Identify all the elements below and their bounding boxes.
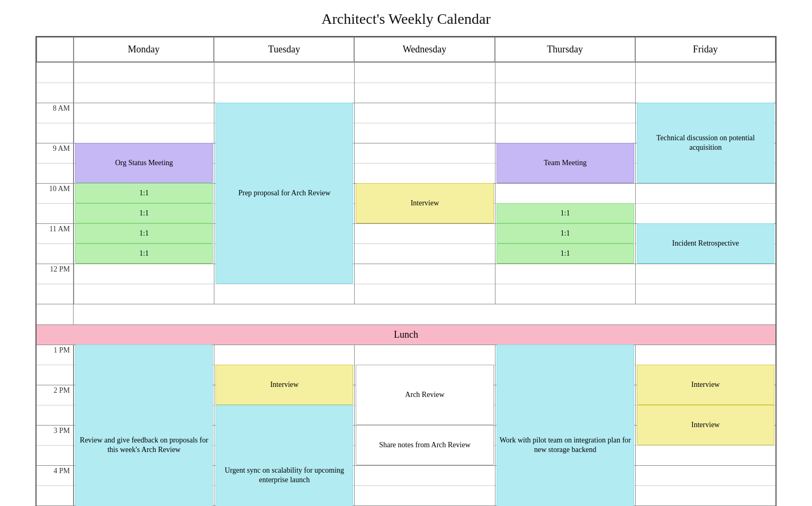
team-meeting: Team Meeting — [497, 143, 634, 183]
page-title: Architect's Weekly Calendar — [35, 11, 777, 28]
day-col-tuesday: Prep proposal for Arch Review — [214, 62, 354, 304]
time-label-4: 9 AM — [37, 143, 73, 163]
lunch-event: Lunch — [37, 324, 775, 345]
lunch-label: Lunch — [394, 329, 418, 340]
day-slot-0 — [355, 345, 494, 365]
day-slot-1 — [355, 83, 494, 103]
day-col-monday-post: Review and give feedback on proposals fo… — [74, 345, 214, 506]
day-slot-3 — [495, 123, 635, 143]
time-label-5 — [37, 163, 73, 183]
header-thursday: Thursday — [495, 37, 635, 62]
prep-proposal: Prep proposal for Arch Review — [215, 103, 353, 284]
day-col-wednesday-post: Arch ReviewShare notes from Arch Review — [354, 345, 494, 506]
lunch-row-wrapper: Lunch — [37, 304, 775, 345]
day-slot-7 — [636, 485, 775, 505]
day-slot-3 — [74, 123, 214, 143]
time-label-2: 2 PM — [37, 385, 73, 405]
day-slot-5 — [636, 445, 775, 465]
day-slot-10 — [74, 264, 214, 284]
time-label-3 — [37, 405, 73, 425]
day-slot-0 — [355, 62, 494, 83]
1on1-mon-1: 1:1 — [75, 183, 213, 203]
1on1-thu-3: 1:1 — [497, 243, 634, 264]
day-slot-1 — [74, 83, 214, 103]
day-slot-11 — [636, 284, 775, 304]
day-slot-1 — [214, 83, 354, 103]
1on1-mon-4: 1:1 — [75, 243, 213, 264]
interview-tue-1: Interview — [215, 365, 353, 405]
day-col-friday: Technical discussion on potential acquis… — [635, 62, 775, 304]
1on1-thu-1: 1:1 — [497, 203, 634, 223]
day-slot-0 — [74, 62, 214, 83]
time-label-8: 11 AM — [37, 223, 73, 243]
time-label-7 — [37, 485, 73, 505]
time-label-0: 1 PM — [37, 345, 73, 365]
day-slot-0 — [495, 62, 635, 83]
time-label-0 — [37, 62, 73, 83]
time-label-1 — [37, 83, 73, 103]
day-col-monday: Org Status Meeting1:11:11:11:1 — [74, 62, 214, 304]
lunch-time-label — [37, 304, 74, 324]
header-time-empty — [37, 37, 74, 62]
day-slot-2 — [495, 103, 635, 123]
page-wrapper: Architect's Weekly Calendar Monday Tuesd… — [35, 11, 777, 506]
day-slot-0 — [636, 62, 775, 83]
time-label-6: 4 PM — [37, 465, 73, 485]
time-label-1 — [37, 365, 73, 385]
day-slot-2 — [74, 103, 214, 123]
time-label-2: 8 AM — [37, 103, 73, 123]
header-tuesday: Tuesday — [214, 37, 354, 62]
post-lunch-area: 1 PM2 PM3 PM4 PM5PM Review and give feed… — [37, 345, 775, 506]
day-slot-6 — [355, 465, 494, 485]
tech-discussion: Technical discussion on potential acquis… — [637, 103, 774, 183]
day-slot-7 — [636, 203, 775, 223]
day-slot-11 — [495, 284, 635, 304]
time-label-7 — [37, 203, 73, 223]
day-slot-7 — [355, 485, 494, 505]
incident-retro: Incident Retrospective — [637, 223, 774, 264]
1on1-mon-3: 1:1 — [75, 223, 213, 243]
day-slot-1 — [495, 83, 635, 103]
day-col-wednesday: Interview — [354, 62, 494, 304]
time-labels-pre-lunch: 8 AM9 AM10 AM11 AM12 PM — [37, 62, 74, 304]
day-slot-0 — [636, 345, 775, 365]
1on1-mon-2: 1:1 — [75, 203, 213, 223]
time-label-11 — [37, 284, 73, 304]
day-slot-2 — [355, 103, 494, 123]
day-col-thursday-post: Work with pilot team on integration plan… — [495, 345, 635, 506]
day-slot-6 — [636, 465, 775, 485]
calendar-header: Monday Tuesday Wednesday Thursday Friday — [37, 37, 775, 62]
time-label-10: 12 PM — [37, 264, 73, 284]
share-notes: Share notes from Arch Review — [356, 425, 493, 465]
day-slot-0 — [214, 345, 354, 365]
day-slot-0 — [214, 62, 354, 83]
day-slot-3 — [355, 123, 494, 143]
interview-fri-2: Interview — [637, 405, 774, 445]
calendar: Monday Tuesday Wednesday Thursday Friday… — [35, 36, 777, 506]
day-slot-10 — [636, 264, 775, 284]
pre-lunch-area: 8 AM9 AM10 AM11 AM12 PM Org Status Meeti… — [37, 62, 775, 304]
day-col-tuesday-post: InterviewUrgent sync on scalability for … — [214, 345, 354, 506]
interview-wed: Interview — [356, 183, 493, 223]
day-slot-1 — [636, 83, 775, 103]
org-status-meeting: Org Status Meeting — [75, 143, 213, 183]
time-labels-post-lunch: 1 PM2 PM3 PM4 PM5PM — [37, 345, 74, 506]
1on1-thu-2: 1:1 — [497, 223, 634, 243]
pilot-team-work: Work with pilot team on integration plan… — [497, 345, 634, 506]
header-wednesday: Wednesday — [354, 37, 494, 62]
urgent-sync: Urgent sync on scalability for upcoming … — [215, 405, 353, 506]
day-slot-9 — [355, 243, 494, 264]
day-slot-11 — [74, 284, 214, 304]
arch-review: Arch Review — [356, 365, 493, 425]
header-friday: Friday — [635, 37, 775, 62]
day-col-friday-post: InterviewInterview — [635, 345, 775, 506]
day-slot-8 — [355, 223, 494, 243]
header-monday: Monday — [74, 37, 214, 62]
day-slot-4 — [355, 143, 494, 163]
interview-fri-1: Interview — [637, 365, 774, 405]
time-label-9 — [37, 243, 73, 264]
day-slot-10 — [355, 264, 494, 284]
time-label-6: 10 AM — [37, 183, 73, 203]
day-slot-10 — [495, 264, 635, 284]
day-slot-6 — [495, 183, 635, 203]
